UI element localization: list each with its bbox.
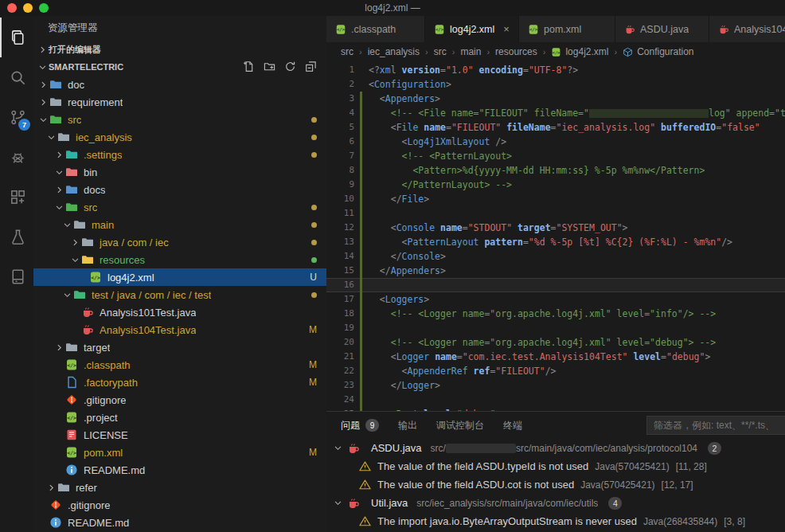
tree-item-label: .classpath	[84, 359, 131, 371]
code-line-5[interactable]: 5 <File name="FILEOUT" fileName="iec_ana…	[326, 120, 785, 135]
tab-asdu.java[interactable]: ASDU.java	[615, 16, 709, 42]
problems-filter-input[interactable]	[646, 416, 785, 435]
tree-item-iec-analysis[interactable]: iec_analysis	[33, 128, 326, 146]
problem-warning-row[interactable]: The value of the field ASDU.cot is not u…	[326, 475, 785, 494]
tree-item-requirement[interactable]: requirement	[33, 93, 326, 111]
tree-item-doc[interactable]: doc	[33, 76, 326, 93]
explorer-icon[interactable]	[0, 18, 33, 57]
panel-tab-调试控制台[interactable]: 调试控制台	[436, 419, 484, 432]
code-line-23[interactable]: 23 </Logger>	[326, 378, 785, 393]
code-line-13[interactable]: 13 <PatternLayout pattern="%d %-5p [%t] …	[326, 235, 785, 249]
code-line-7[interactable]: 7 <!-- <PatternLayout>	[326, 149, 785, 163]
tree-item-main[interactable]: main	[33, 216, 326, 233]
tree-item-src[interactable]: src	[33, 198, 326, 216]
panel-tab-problems[interactable]: 问题9	[341, 419, 379, 432]
code-line-17[interactable]: 17 <Loggers>	[326, 292, 785, 307]
panel-tab-终端[interactable]: 终端	[503, 419, 522, 432]
code-line-10[interactable]: 10 </File>	[326, 192, 785, 206]
tree-item-test-java-com-iec-test[interactable]: test / java / com / iec / test	[33, 286, 326, 303]
new-file-button[interactable]	[243, 61, 255, 74]
code-line-12[interactable]: 12 <Console name="STDOUT" target="SYSTEM…	[326, 221, 785, 235]
tree-item-.gitignore[interactable]: .gitignore	[33, 391, 326, 409]
code-line-24[interactable]: 24	[326, 393, 785, 407]
problem-warning-row[interactable]: The value of the field ASDU.typeId is no…	[326, 457, 785, 475]
code-line-20[interactable]: 20 <!-- <Logger name="org.apache.log4j.x…	[326, 335, 785, 350]
breadcrumb-item-main[interactable]: main	[460, 46, 481, 57]
testing-icon[interactable]	[0, 217, 33, 256]
tree-item-.settings[interactable]: .settings	[33, 146, 326, 163]
git-gutter-marker	[360, 92, 362, 106]
tab-pom.xml[interactable]: </>pom.xml	[519, 16, 615, 42]
tree-item-bin[interactable]: bin	[33, 163, 326, 181]
code-line-9[interactable]: 9 </PatternLayout> -->	[326, 178, 785, 192]
code-line-14[interactable]: 14 </Console>	[326, 249, 785, 264]
code-line-22[interactable]: 22 <AppenderRef ref="FILEOUT"/>	[326, 364, 785, 378]
breadcrumb-item-src[interactable]: src	[341, 46, 353, 57]
code-line-18[interactable]: 18 <!-- <Logger name="org.apache.log4j.x…	[326, 307, 785, 321]
tree-item-.classpath[interactable]: </>.classpathM	[33, 356, 326, 374]
tree-item-label: .gitignore	[84, 394, 126, 406]
breadcrumb-item-src[interactable]: src	[434, 46, 447, 57]
code-line-6[interactable]: 6 <Log4j1XmlLayout />	[326, 135, 785, 149]
tree-item-.gitignore[interactable]: .gitignore	[33, 496, 326, 514]
code-line-1[interactable]: 1<?xml version="1.0" encoding="UTF-8"?>	[326, 63, 785, 77]
tab-.classpath[interactable]: </>.classpath	[326, 16, 424, 42]
breadcrumb-item-resources[interactable]: resources	[495, 46, 537, 57]
open-editors-section[interactable]: 打开的编辑器	[33, 41, 326, 58]
breadcrumb-item-log4j2.xml[interactable]: </>log4j2.xml	[551, 46, 608, 57]
code-line-2[interactable]: 2<Configuration>	[326, 77, 785, 92]
tree-item-src[interactable]: src	[33, 111, 326, 128]
code-text: <Appenders>	[369, 92, 785, 106]
collapse-all-button[interactable]	[305, 61, 317, 74]
tab-log4j2.xml[interactable]: </>log4j2.xml×	[425, 16, 518, 42]
source-control-icon[interactable]: 7	[0, 97, 33, 137]
code-line-3[interactable]: 3 <Appenders>	[326, 92, 785, 106]
close-button[interactable]	[7, 3, 17, 13]
code-line-4[interactable]: 4 <!-- <File name="FILEOUT" fileName="lo…	[326, 106, 785, 120]
project-section-header[interactable]: SMARTELECTRIC	[33, 58, 326, 76]
tree-item-readme.md[interactable]: README.md	[33, 514, 326, 531]
breadcrumb-item-configuration[interactable]: Configuration	[623, 46, 693, 57]
code-editor[interactable]: 1<?xml version="1.0" encoding="UTF-8"?>2…	[326, 61, 785, 411]
panel-tab-输出[interactable]: 输出	[398, 419, 417, 432]
tab-label: ASDU.java	[640, 24, 689, 35]
search-icon[interactable]	[0, 57, 33, 97]
tree-item-java-com-iec[interactable]: java / com / iec	[33, 233, 326, 251]
chevron-down-icon	[53, 167, 65, 178]
tree-item-analysis101test.java[interactable]: Analysis101Test.java	[33, 303, 326, 321]
tree-item-readme.md[interactable]: README.md	[33, 461, 326, 479]
project-label: SMARTELECTRIC	[49, 62, 123, 72]
code-line-8[interactable]: 8 <Pattern>%d{yyyy-MM-dd HH:mm:ss} %-5p …	[326, 163, 785, 178]
code-line-11[interactable]: 11	[326, 206, 785, 221]
tree-item-license[interactable]: LICENSE	[33, 426, 326, 444]
minimize-button[interactable]	[23, 3, 33, 13]
code-line-19[interactable]: 19	[326, 321, 785, 335]
code-line-16[interactable]: 16	[326, 278, 785, 292]
breadcrumb-item-iec_analysis[interactable]: iec_analysis	[368, 46, 420, 57]
breadcrumb-separator: ›	[486, 47, 490, 57]
debug-icon[interactable]	[0, 137, 33, 177]
tree-item-docs[interactable]: docs	[33, 181, 326, 198]
tree-item-log4j2.xml[interactable]: </>log4j2.xmlU	[33, 268, 326, 286]
extensions-icon[interactable]	[0, 177, 33, 217]
problem-file-asdu.java[interactable]: ASDU.javasrc/src/main/java/com/iec/analy…	[326, 439, 785, 457]
notebook-icon[interactable]	[0, 256, 33, 296]
problem-warning-row[interactable]: The import java.io.ByteArrayOutputStream…	[326, 512, 785, 530]
tree-item-label: .factorypath	[84, 377, 138, 389]
tree-item-refer[interactable]: refer	[33, 479, 326, 496]
tree-item-target[interactable]: target	[33, 338, 326, 356]
code-line-21[interactable]: 21 <Logger name="com.iec.test.Analysis10…	[326, 350, 785, 364]
new-folder-button[interactable]	[264, 61, 275, 74]
tree-item-resources[interactable]: resources	[33, 251, 326, 268]
git-gutter-marker	[360, 63, 362, 77]
tab-analysis104test.java[interactable]: Analysis104Test.java	[709, 16, 785, 42]
refresh-button[interactable]	[284, 61, 296, 74]
tree-item-analysis104test.java[interactable]: Analysis104Test.javaM	[33, 321, 326, 338]
zoom-button[interactable]	[39, 3, 49, 13]
close-icon[interactable]: ×	[503, 24, 510, 34]
problem-file-util.java[interactable]: Util.javasrc/iec_analysis/src/main/java/…	[326, 494, 785, 512]
code-line-15[interactable]: 15 </Appenders>	[326, 264, 785, 278]
tree-item-.factorypath[interactable]: .factorypathM	[33, 374, 326, 391]
tree-item-pom.xml[interactable]: </>pom.xmlM	[33, 444, 326, 461]
tree-item-.project[interactable]: </>.project	[33, 409, 326, 426]
